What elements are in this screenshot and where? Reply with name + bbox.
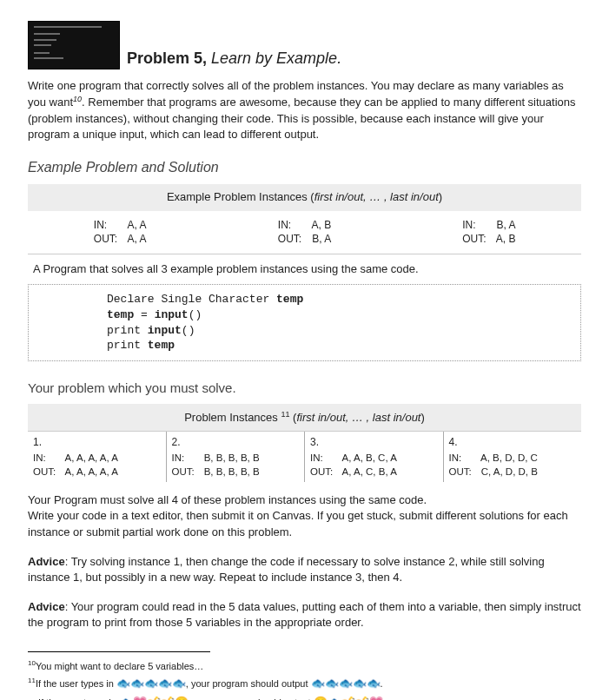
- must-solve-paragraph: Your Program must solve all 4 of these p…: [28, 492, 581, 540]
- intro-part2: . Remember that programs are awesome, be…: [28, 96, 576, 141]
- pi-header-suffix: ): [420, 411, 424, 424]
- code-l2c: input: [155, 308, 189, 321]
- example-instances-header: Example Problem Instances (first in/out,…: [28, 184, 581, 210]
- in-label: IN:: [278, 218, 309, 233]
- pi-2-in: B, B, B, B, B: [204, 452, 260, 463]
- example-io-2: IN: A, B OUT: B, A: [212, 218, 396, 248]
- in-label: IN:: [462, 218, 493, 233]
- title-row: Problem 5, Learn by Example.: [28, 21, 581, 69]
- advice-2: Advice: Your program could read in the 5…: [28, 599, 581, 631]
- problem-io-3: 3. IN: A, A, B, C, A OUT: A, A, C, B, A: [304, 432, 443, 482]
- advice-2-label: Advice: [28, 600, 65, 613]
- out-label: OUT:: [462, 232, 493, 247]
- example-io-row: IN: A, A OUT: A, A IN: A, B OUT: B, A IN…: [28, 211, 581, 255]
- example-3-out: A, B: [496, 233, 516, 245]
- in-label: IN:: [449, 451, 479, 465]
- code-l3b: input: [148, 324, 182, 337]
- pi-1-out: A, A, A, A, A: [65, 466, 118, 477]
- intro-paragraph: Write one program that correctly solves …: [28, 78, 581, 142]
- footnote-10-sup: 10: [28, 659, 36, 667]
- code-l2d: (): [189, 308, 202, 321]
- out-label: OUT:: [449, 465, 479, 479]
- footnote-separator: [28, 651, 210, 652]
- out-label: OUT:: [33, 465, 63, 479]
- footnote-10-text: You might want to declare 5 variables…: [36, 661, 203, 671]
- in-label: IN:: [172, 451, 202, 465]
- code-l4a: print: [107, 339, 148, 352]
- example-2-out: B, A: [312, 233, 331, 245]
- pi-2-num: 2.: [172, 435, 300, 450]
- pi-4-num: 4.: [449, 435, 577, 450]
- out-label: OUT:: [278, 232, 309, 247]
- code-l4b: temp: [148, 339, 175, 352]
- example-1-in: A, A: [127, 219, 146, 231]
- in-label: IN:: [310, 451, 340, 465]
- footnote-11a-emoji-out: 🐟🐟🐟🐟🐟: [311, 677, 381, 690]
- terminal-thumbnail: [28, 21, 120, 69]
- out-label: OUT:: [94, 232, 125, 247]
- footnote-11a-post: .: [381, 678, 383, 689]
- example-code: Declare Single Character temp temp = inp…: [28, 284, 581, 360]
- example-2-in: A, B: [311, 219, 331, 231]
- pi-4-in: A, B, D, D, C: [480, 452, 538, 463]
- pi-2-out: B, B, B, B, B: [204, 466, 260, 477]
- pi-3-in: A, A, B, C, A: [342, 452, 397, 463]
- footnote-11a-emoji-in: 🐟🐟🐟🐟🐟: [116, 677, 186, 690]
- problem-io-2: 2. IN: B, B, B, B, B OUT: B, B, B, B, B: [166, 432, 305, 482]
- footnote-11b-emoji-out: 😀🐟🎷🎷💗: [314, 696, 383, 700]
- footnote-11b-mid: , your program should output: [189, 697, 314, 700]
- pi-3-out: A, A, C, B, A: [342, 466, 397, 477]
- out-label: OUT:: [310, 465, 340, 479]
- code-l1b: temp: [276, 293, 303, 306]
- page-title: Problem 5, Learn by Example.: [127, 48, 341, 69]
- footnote-11b-emoji-in: 🐟💗🎷🎷😀: [119, 696, 189, 700]
- pi-1-in: A, A, A, A, A: [65, 452, 118, 463]
- advice-2-text: : Your program could read in the 5 data …: [28, 600, 581, 629]
- footnote-ref-10: 10: [73, 95, 82, 103]
- advice-1-text: : Try solving instance 1, then change th…: [28, 555, 545, 584]
- pi-header-ital: first in/out, … , last in/out: [296, 411, 420, 424]
- advice-1: Advice: Try solving instance 1, then cha…: [28, 554, 581, 585]
- pi-1-num: 1.: [33, 435, 161, 450]
- footnote-11a-pre: If the user types in: [36, 678, 116, 689]
- example-io-1: IN: A, A OUT: A, A: [28, 218, 212, 248]
- problem-io-row: 1. IN: A, A, A, A, A OUT: A, A, A, A, A …: [28, 431, 581, 482]
- title-subtitle: Learn by Example.: [211, 50, 341, 67]
- your-problem-heading: Your problem which you must solve.: [28, 379, 581, 397]
- problem-io-1: 1. IN: A, A, A, A, A OUT: A, A, A, A, A: [28, 432, 166, 482]
- footnote-11b-pre: If the user types in: [38, 697, 119, 700]
- footnote-11a-mid: , your program should output: [186, 678, 311, 689]
- in-label: IN:: [94, 218, 125, 233]
- example-1-out: A, A: [127, 233, 146, 245]
- program-note: A Program that solves all 3 example prob…: [28, 254, 581, 284]
- code-l2b: =: [134, 308, 154, 321]
- example-io-3: IN: B, A OUT: A, B: [397, 218, 581, 248]
- example-header-suffix: ): [439, 190, 442, 203]
- code-l2a: temp: [107, 308, 134, 321]
- in-label: IN:: [33, 451, 63, 465]
- footnote-11a-sup: 11: [28, 677, 36, 684]
- code-l3a: print: [107, 324, 148, 337]
- footnote-10: 10You might want to declare 5 variables…: [28, 658, 581, 673]
- pi-3-num: 3.: [310, 435, 438, 450]
- title-main: Problem 5: [127, 50, 202, 67]
- problem-io-4: 4. IN: A, B, D, D, C OUT: C, A, D, D, B: [443, 432, 582, 482]
- footnote-ref-11: 11: [281, 410, 289, 419]
- example-header-ital: first in/out, … , last in/out: [314, 190, 439, 203]
- problem-instances-header: Problem Instances 11 (first in/out, … , …: [28, 404, 581, 432]
- example-section-heading: Example Problem and Solution: [28, 158, 581, 177]
- out-label: OUT:: [172, 465, 202, 479]
- footnote-11a: 11If the user types in 🐟🐟🐟🐟🐟, your progr…: [28, 675, 581, 692]
- code-l1a: Declare Single Character: [107, 293, 276, 306]
- footnote-11b: If the user types in 🐟💗🎷🎷😀, your program…: [28, 694, 581, 700]
- pi-header-prefix: Problem Instances: [184, 411, 281, 424]
- pi-4-out: C, A, D, D, B: [481, 466, 538, 477]
- example-header-prefix: Example Problem Instances (: [167, 190, 314, 203]
- advice-1-label: Advice: [28, 555, 65, 568]
- example-3-in: B, A: [496, 219, 515, 231]
- code-l3c: (): [182, 324, 195, 337]
